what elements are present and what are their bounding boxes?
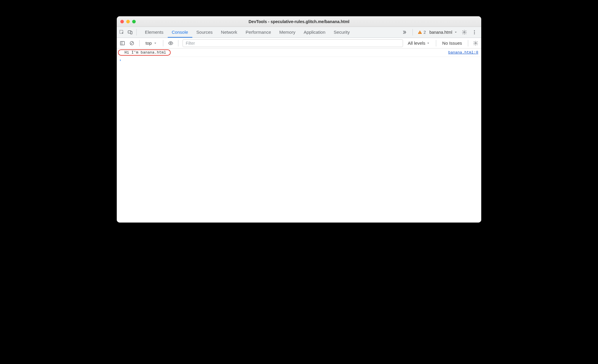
divider: [136, 29, 137, 36]
close-window-button[interactable]: [120, 20, 124, 23]
target-selector[interactable]: banana.html: [429, 30, 458, 35]
issues-counter[interactable]: No Issues: [440, 41, 464, 46]
inspect-element-icon[interactable]: [119, 29, 125, 36]
svg-point-7: [474, 32, 475, 33]
device-toolbar-icon[interactable]: [127, 29, 133, 36]
window-title: DevTools - speculative-rules.glitch.me/b…: [117, 19, 481, 24]
console-output: Hi I'm banana.html banana.html:8 ›: [117, 49, 481, 223]
svg-point-14: [475, 42, 477, 44]
minimize-window-button[interactable]: [126, 20, 130, 23]
warnings-count[interactable]: 2: [418, 30, 426, 35]
console-toolbar: top All levels No Issues: [117, 38, 481, 49]
console-log-row[interactable]: Hi I'm banana.html banana.html:8: [117, 49, 481, 57]
zoom-window-button[interactable]: [132, 20, 136, 23]
traffic-lights: [120, 20, 136, 23]
svg-point-13: [170, 42, 172, 44]
tab-memory[interactable]: Memory: [275, 27, 300, 38]
tab-performance[interactable]: Performance: [242, 27, 275, 38]
log-level-label: All levels: [408, 41, 425, 46]
svg-rect-3: [420, 32, 420, 33]
divider: [468, 40, 468, 46]
tab-sources[interactable]: Sources: [192, 27, 217, 38]
divider: [178, 40, 178, 46]
divider: [163, 40, 163, 46]
svg-point-8: [474, 33, 475, 34]
more-tabs-icon[interactable]: [401, 29, 408, 36]
panel-tabs: Elements Console Sources Network Perform…: [141, 27, 354, 38]
divider: [139, 40, 140, 46]
warnings-count-value: 2: [423, 30, 426, 35]
devtools-tabstrip: Elements Console Sources Network Perform…: [117, 27, 481, 38]
live-expression-eye-icon[interactable]: [167, 40, 174, 46]
divider: [412, 29, 413, 36]
tab-network[interactable]: Network: [217, 27, 242, 38]
settings-gear-icon[interactable]: [461, 29, 468, 36]
devtools-window: DevTools - speculative-rules.glitch.me/b…: [117, 16, 481, 223]
execution-context-selector[interactable]: top: [144, 41, 159, 46]
target-selector-label: banana.html: [429, 30, 452, 35]
console-sidebar-toggle-icon[interactable]: [119, 40, 126, 46]
execution-context-label: top: [145, 41, 152, 46]
svg-point-6: [474, 30, 475, 31]
titlebar: DevTools - speculative-rules.glitch.me/b…: [117, 16, 481, 27]
tab-elements[interactable]: Elements: [141, 27, 168, 38]
console-log-message: Hi I'm banana.html: [124, 50, 166, 55]
console-prompt[interactable]: ›: [117, 57, 481, 64]
clear-console-icon[interactable]: [129, 40, 135, 46]
svg-line-12: [131, 42, 133, 44]
console-log-source-link[interactable]: banana.html:8: [448, 50, 478, 55]
chevron-right-icon: ›: [119, 58, 121, 62]
tab-console[interactable]: Console: [168, 27, 192, 38]
svg-rect-4: [420, 33, 420, 33]
svg-rect-2: [131, 31, 132, 34]
log-level-selector[interactable]: All levels: [406, 41, 432, 46]
annotation-highlight: Hi I'm banana.html: [118, 49, 171, 56]
svg-point-5: [464, 32, 465, 33]
tab-security[interactable]: Security: [330, 27, 354, 38]
kebab-menu-icon[interactable]: [471, 29, 478, 36]
tab-application[interactable]: Application: [300, 27, 330, 38]
console-filter-input[interactable]: [183, 39, 403, 47]
console-settings-gear-icon[interactable]: [472, 40, 479, 46]
divider: [436, 40, 436, 46]
